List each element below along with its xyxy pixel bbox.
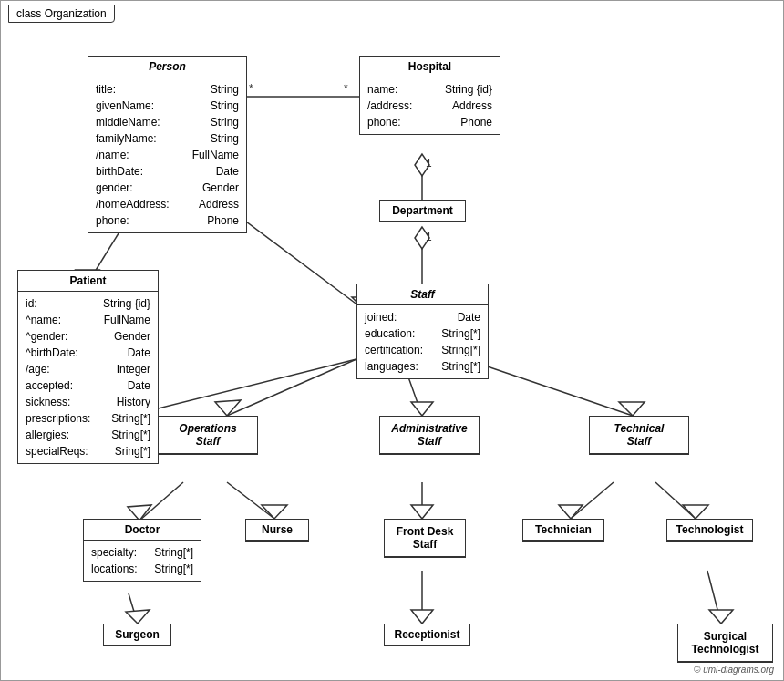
class-department: Department	[379, 200, 466, 222]
svg-text:1: 1	[426, 231, 432, 243]
class-surgical-technologist: SurgicalTechnologist	[677, 624, 773, 663]
class-surgeon-header: Surgeon	[104, 624, 170, 645]
class-front-desk-staff-header: Front DeskStaff	[385, 520, 465, 557]
svg-marker-32	[126, 610, 150, 624]
svg-line-19	[466, 359, 633, 416]
copyright: © uml-diagrams.org	[694, 665, 774, 675]
svg-line-21	[139, 482, 183, 521]
class-department-header: Department	[380, 201, 465, 222]
class-technician-header: Technician	[523, 520, 603, 541]
class-receptionist-header: Receptionist	[385, 624, 469, 645]
class-technician: Technician	[522, 519, 604, 542]
class-technologist: Technologist	[666, 519, 753, 542]
svg-marker-20	[619, 402, 645, 416]
class-staff: Staff joined:Date education:String[*] ce…	[356, 284, 489, 379]
svg-marker-24	[262, 505, 287, 519]
class-surgeon: Surgeon	[103, 624, 171, 646]
class-technologist-header: Technologist	[667, 520, 752, 541]
class-operations-staff: OperationsStaff	[158, 416, 258, 455]
svg-line-35	[707, 571, 721, 624]
svg-text:*: *	[249, 82, 253, 95]
class-doctor-body: specialty:String[*] locations:String[*]	[84, 541, 201, 581]
class-technical-staff-header: TechnicalStaff	[590, 417, 688, 454]
class-nurse-header: Nurse	[246, 520, 308, 541]
class-person: Person title:String givenName:String mid…	[88, 56, 247, 233]
class-technical-staff: TechnicalStaff	[589, 416, 689, 455]
class-patient-body: id:String {id} ^name:FullName ^gender:Ge…	[18, 292, 158, 463]
class-doctor: Doctor specialty:String[*] locations:Str…	[83, 519, 201, 582]
svg-line-15	[227, 359, 356, 416]
svg-marker-16	[215, 400, 241, 416]
svg-marker-36	[709, 610, 733, 624]
class-operations-staff-header: OperationsStaff	[159, 417, 257, 454]
class-receptionist: Receptionist	[384, 624, 470, 646]
svg-marker-8	[415, 227, 429, 249]
class-patient-header: Patient	[18, 271, 158, 292]
svg-marker-34	[411, 610, 433, 624]
svg-line-27	[571, 482, 614, 519]
svg-line-31	[129, 593, 138, 624]
svg-marker-30	[683, 505, 708, 519]
class-front-desk-staff: Front DeskStaff	[384, 519, 466, 558]
svg-marker-28	[559, 505, 583, 519]
class-person-header: Person	[88, 57, 246, 77]
class-hospital: Hospital name:String {id} /address:Addre…	[359, 56, 500, 135]
svg-marker-4	[415, 154, 429, 176]
svg-marker-18	[411, 402, 433, 416]
class-administrative-staff: AdministrativeStaff	[379, 416, 480, 455]
svg-marker-26	[411, 505, 433, 519]
class-hospital-body: name:String {id} /address:Address phone:…	[360, 77, 500, 134]
class-doctor-header: Doctor	[84, 520, 201, 541]
svg-text:*: *	[344, 82, 348, 95]
diagram-container: class Organization * * 1 * 1 *	[0, 0, 784, 681]
diagram-title: class Organization	[8, 5, 115, 23]
class-patient: Patient id:String {id} ^name:FullName ^g…	[17, 270, 159, 464]
svg-line-29	[655, 482, 696, 519]
class-hospital-header: Hospital	[360, 57, 500, 77]
class-nurse: Nurse	[245, 519, 309, 542]
class-staff-header: Staff	[357, 284, 488, 305]
class-person-body: title:String givenName:String middleName…	[88, 77, 246, 232]
class-staff-body: joined:Date education:String[*] certific…	[357, 305, 488, 378]
svg-line-23	[227, 482, 274, 519]
class-surgical-technologist-header: SurgicalTechnologist	[678, 624, 772, 662]
class-administrative-staff-header: AdministrativeStaff	[380, 417, 479, 454]
svg-text:1: 1	[426, 157, 432, 170]
